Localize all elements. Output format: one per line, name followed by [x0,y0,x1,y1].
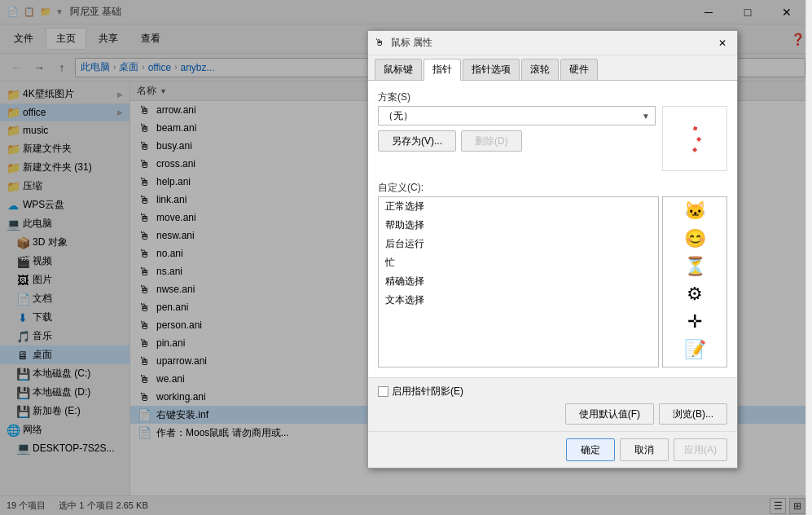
custom-list-wrapper: 正常选择 帮助选择 后台运行 忙 [378,196,727,368]
cursor-label: 文本选择 [385,293,424,307]
preview-cursor-4: ⚙ [683,282,707,306]
cursor-label: 后台运行 [385,237,424,251]
cursor-item-normal[interactable]: 正常选择 [379,197,658,216]
dialog-overlay: 🖱 鼠标 属性 ✕ 鼠标键 指针 指针选项 滚轮 硬件 方案(S) （无） [0,0,812,515]
dropdown-arrow: ▼ [642,112,650,121]
dialog-title-bar: 🖱 鼠标 属性 ✕ [368,31,737,55]
preview-cursor-5: ✛ [683,310,707,334]
ok-button[interactable]: 确定 [566,438,615,461]
dialog-tab-hardware[interactable]: 硬件 [560,59,598,80]
scheme-label: 方案(S) [378,90,727,104]
custom-preview-col: 🐱 😊 ⏳ ⚙ ✛ [662,196,727,368]
shadow-checkbox[interactable] [378,386,388,397]
use-default-button[interactable]: 使用默认值(F) [565,403,654,425]
scheme-section: 方案(S) （无） ▼ 另存为(V)... 删除(D) [378,90,727,171]
dialog-title-text: 鼠标 属性 [391,36,714,50]
scheme-select[interactable]: （无） ▼ [378,106,656,125]
custom-list[interactable]: 正常选择 帮助选择 后台运行 忙 [378,196,659,368]
cursor-image-6: 📝 [684,339,706,360]
apply-button[interactable]: 应用(A) [674,438,727,461]
custom-section: 自定义(C): 正常选择 帮助选择 后台运行 [378,178,727,368]
cursor-label: 帮助选择 [385,218,424,232]
preview-cursor-1: 🐱 [683,199,707,223]
cursor-image-3: ⏳ [684,256,706,277]
cancel-button[interactable]: 取消 [620,438,669,461]
delete-button[interactable]: 删除(D) [461,130,522,152]
browse-button[interactable]: 浏览(B)... [659,403,727,425]
custom-list-container: 正常选择 帮助选择 后台运行 忙 [378,196,659,368]
dialog-tab-scroll[interactable]: 滚轮 [521,59,559,80]
cursor-item-busy[interactable]: 忙 [379,253,658,272]
dialog-title-icon: 🖱 [375,37,388,50]
preview-cursor-2: 😊 [683,227,707,251]
cursor-item-text[interactable]: 文本选择 [379,291,658,310]
checkbox-row: 启用指针阴影(E) [378,385,727,398]
checkbox-label: 启用指针阴影(E) [392,385,463,398]
preview-cursor-6: 📝 [683,337,707,362]
dialog-close-button[interactable]: ✕ [714,35,731,51]
custom-label: 自定义(C): [378,181,727,195]
scheme-btn-row: 另存为(V)... 删除(D) [378,130,656,152]
scheme-controls: （无） ▼ 另存为(V)... 删除(D) [378,106,656,152]
mouse-properties-dialog: 🖱 鼠标 属性 ✕ 鼠标键 指针 指针选项 滚轮 硬件 方案(S) （无） [367,30,738,469]
cursor-label: 精确选择 [385,275,424,288]
dialog-main-content: 方案(S) （无） ▼ 另存为(V)... 删除(D) [368,81,737,377]
action-btn-row: 使用默认值(F) 浏览(B)... [378,403,727,425]
dialog-tabs: 鼠标键 指针 指针选项 滚轮 硬件 [368,55,737,81]
cursor-label: 正常选择 [385,200,424,213]
dialog-tab-mousekeys[interactable]: 鼠标键 [375,59,422,80]
cursor-image-1: 🐱 [684,200,706,222]
cursor-item-background[interactable]: 后台运行 [379,235,658,253]
scheme-value: （无） [384,109,413,123]
cursor-image-4: ⚙ [687,284,703,305]
preview-dot-1: ◆ [691,124,699,133]
save-as-button[interactable]: 另存为(V)... [378,130,456,152]
dialog-tab-pointeroptions[interactable]: 指针选项 [463,59,520,80]
cursor-image-2: 😊 [684,228,706,249]
cursor-item-help[interactable]: 帮助选择 [379,216,658,235]
preview-dot-3: ◆ [692,146,697,153]
preview-cursor-3: ⏳ [683,254,707,279]
preview-cursors-top: ◆ ◆ ◆ [688,125,701,153]
cursor-image-5: ✛ [687,311,702,332]
preview-dot-2: ◆ [696,135,701,143]
scheme-select-row: （无） ▼ [378,106,656,125]
dialog-footer: 确定 取消 应用(A) [368,431,737,468]
dialog-bottom: 启用指针阴影(E) 使用默认值(F) 浏览(B)... [368,377,737,431]
cursor-item-precise[interactable]: 精确选择 [379,272,658,291]
dialog-tab-pointer[interactable]: 指针 [424,59,461,81]
cursor-label: 忙 [385,256,395,270]
cursor-preview-top: ◆ ◆ ◆ [662,106,727,171]
